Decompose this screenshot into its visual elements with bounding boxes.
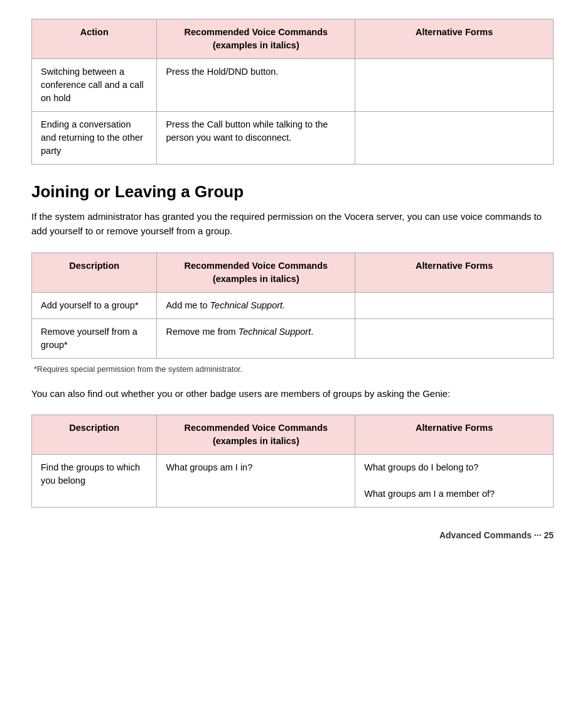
table-row: Find the groups to which you belong What… [32,454,554,507]
table1-header-col1: Action [32,19,157,59]
table3-row1-col3-line1: What groups do I belong to? [364,462,478,472]
table1-row1-col1: Switching between a conference call and … [32,59,157,112]
table2-footnote: *Requires special permission from the sy… [34,365,554,374]
table3-header-col1: Description [32,415,157,454]
table2-header-col2: Recommended Voice Commands(examples in i… [157,253,355,292]
table1-header-col2: Recommended Voice Commands(examples in i… [157,19,355,59]
table3-header-col2: Recommended Voice Commands(examples in i… [157,415,355,454]
between-text: You can also find out whether you or oth… [31,386,554,401]
table-row: Remove yourself from a group* Remove me … [32,318,554,358]
table3-row1-col1: Find the groups to which you belong [32,454,157,507]
table-row: Ending a conversation and returning to t… [32,112,554,165]
table2-header-col1: Description [32,253,157,292]
table3-row1-col3-line2: What groups am I a member of? [364,489,495,499]
table-3: Description Recommended Voice Commands(e… [31,415,554,508]
table2-row1-col1: Add yourself to a group* [32,292,157,318]
page-footer: Advanced Commands ··· 25 [31,530,554,540]
table3-row1-col3: What groups do I belong to? What groups … [355,454,554,507]
table2-row1-col2: Add me to Technical Support. [157,292,355,318]
table2-row2-col2: Remove me from Technical Support. [157,318,355,358]
table1-row2-col3 [355,112,554,165]
table3-row1-col2: What groups am I in? [157,454,355,507]
section-heading: Joining or Leaving a Group [31,182,554,202]
table-1: Action Recommended Voice Commands(exampl… [31,19,554,165]
table1-header-col3: Alternative Forms [355,19,554,59]
table-row: Add yourself to a group* Add me to Techn… [32,292,554,318]
table1-row2-col1: Ending a conversation and returning to t… [32,112,157,165]
table2-row2-col3 [355,318,554,358]
table2-header-col3: Alternative Forms [355,253,554,292]
table1-row2-col2: Press the Call button while talking to t… [157,112,355,165]
intro-text: If the system administrator has granted … [31,209,554,239]
table1-row1-col2: Press the Hold/DND button. [157,59,355,112]
table-2: Description Recommended Voice Commands(e… [31,253,554,359]
table3-header-col3: Alternative Forms [355,415,554,454]
table1-row1-col3 [355,59,554,112]
table2-row1-col3 [355,292,554,318]
table2-row2-col1: Remove yourself from a group* [32,318,157,358]
table-row: Switching between a conference call and … [32,59,554,112]
